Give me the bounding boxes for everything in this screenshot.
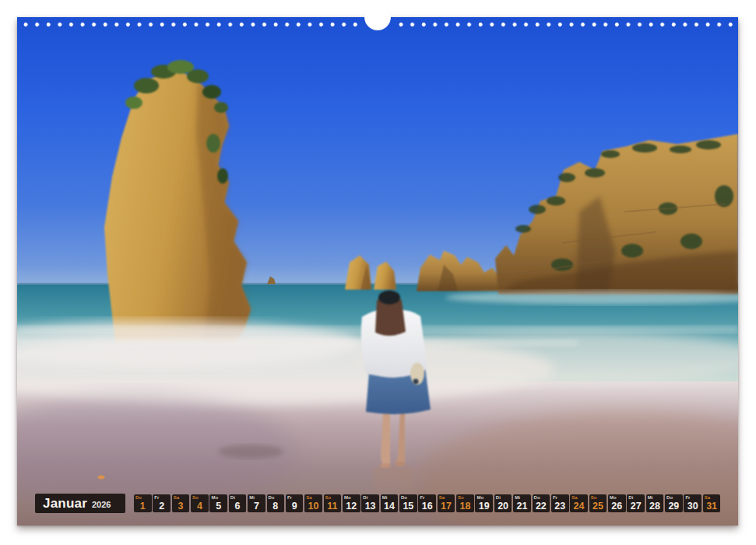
pebble xyxy=(98,476,105,480)
product-mockup-background: { "calendar_page": { "month": "Januar", … xyxy=(0,0,756,545)
beach-photo xyxy=(17,17,738,526)
hanger-cutout xyxy=(364,4,391,30)
binding-holes-left xyxy=(20,21,364,28)
binding-holes-right xyxy=(396,21,735,28)
calendar-page: Januar 2026 Do1Fr2Sa3So4Mo5Di6Mi7Do8Fr9S… xyxy=(17,17,738,526)
person-reflection xyxy=(374,467,413,508)
cap xyxy=(378,290,400,304)
